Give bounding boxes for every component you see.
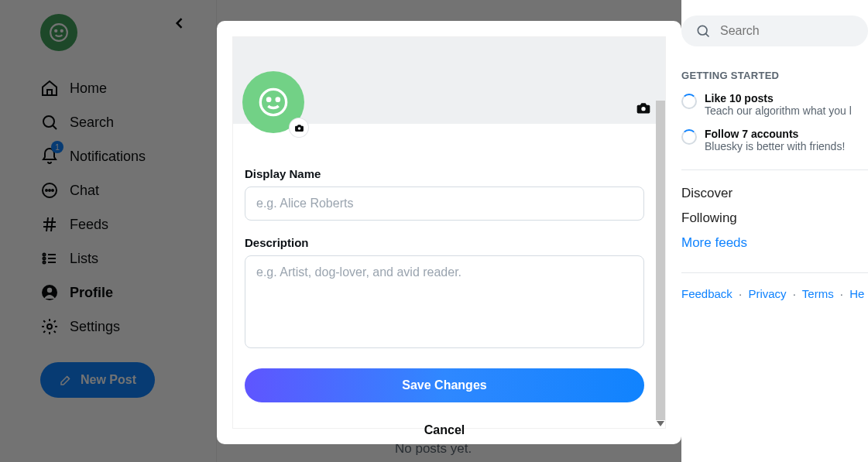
- footer-feedback[interactable]: Feedback: [681, 287, 732, 300]
- progress-circle-icon: [681, 94, 697, 109]
- divider: [681, 272, 868, 273]
- svg-point-15: [641, 107, 645, 111]
- svg-point-17: [268, 98, 270, 101]
- scroll-down-arrow-icon[interactable]: [657, 421, 664, 426]
- feed-link-more[interactable]: More feeds: [681, 231, 868, 255]
- progress-circle-icon: [681, 129, 697, 145]
- task-title: Follow 7 accounts: [705, 128, 845, 140]
- svg-point-18: [276, 98, 279, 101]
- modal-scrollbar[interactable]: [656, 101, 665, 420]
- task-subtitle: Bluesky is better with friends!: [705, 140, 845, 152]
- getting-started-header: GETTING STARTED: [681, 70, 868, 81]
- footer-help[interactable]: He: [849, 287, 864, 300]
- display-name-input[interactable]: [245, 187, 644, 221]
- feed-link-discover[interactable]: Discover: [681, 181, 868, 206]
- footer-links: Feedback · Privacy · Terms · He: [681, 287, 868, 300]
- display-name-label: Display Name: [245, 167, 644, 180]
- change-banner-button[interactable]: [636, 101, 651, 115]
- svg-point-16: [260, 89, 286, 115]
- feed-link-following[interactable]: Following: [681, 206, 868, 231]
- task-title: Like 10 posts: [705, 92, 852, 104]
- description-label: Description: [245, 236, 644, 249]
- search-input[interactable]: [720, 24, 868, 38]
- search-icon: [695, 23, 711, 39]
- onboarding-task[interactable]: Follow 7 accounts Bluesky is better with…: [681, 128, 868, 152]
- save-changes-button[interactable]: Save Changes: [245, 368, 644, 402]
- svg-point-14: [698, 26, 707, 35]
- change-avatar-button[interactable]: [290, 118, 308, 137]
- onboarding-task[interactable]: Like 10 posts Teach our algorithm what y…: [681, 92, 868, 117]
- search-field[interactable]: [681, 15, 868, 46]
- description-input[interactable]: [245, 255, 644, 348]
- cancel-button[interactable]: Cancel: [245, 413, 644, 447]
- svg-point-19: [297, 127, 300, 129]
- footer-terms[interactable]: Terms: [802, 287, 834, 300]
- task-subtitle: Teach our algorithm what you l: [705, 104, 852, 117]
- footer-privacy[interactable]: Privacy: [748, 287, 786, 300]
- divider: [681, 169, 868, 170]
- edit-profile-modal: Display Name Description Save Changes Ca…: [217, 21, 681, 444]
